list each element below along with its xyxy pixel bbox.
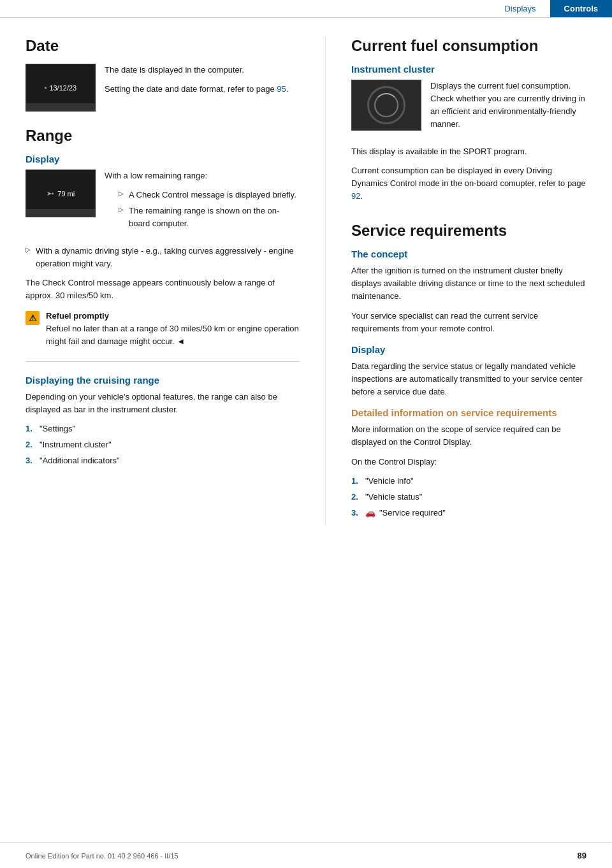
fuel-instrument-subtitle: Instrument cluster [351, 64, 586, 75]
warning-body: Refuel no later than at a range of 30 mi… [46, 324, 299, 346]
cruising-num-3: 3. [26, 454, 36, 467]
fuel-para2: Current consumption can be displayed in … [351, 164, 586, 203]
range-display-box: ➤▪ 79 mi With a low remaining range: A C… [26, 170, 300, 237]
service-list-item-1: 1. "Vehicle info" [351, 475, 586, 488]
nav-tab-controls-label: Controls [564, 4, 598, 13]
service-display-subtitle: Display [351, 344, 586, 355]
range-warning-box: ⚠ Refuel promptly Refuel no later than a… [26, 310, 300, 348]
range-arrow-icon: ➤▪ [47, 190, 54, 197]
service-num-1: 1. [351, 475, 361, 488]
service-concept-para2: Your service specialist can read the cur… [351, 310, 586, 335]
service-title: Service requirements [351, 222, 586, 240]
range-bullet-3: With a dynamic driving style - e.g., tak… [26, 245, 300, 270]
range-para1: The Check Control message appears contin… [26, 277, 300, 302]
nav-tab-displays[interactable]: Displays [490, 0, 550, 17]
cruising-text-2: "Instrument cluster" [40, 438, 112, 451]
column-separator [325, 37, 326, 526]
range-extra-bullets: With a dynamic driving style - e.g., tak… [26, 245, 300, 270]
fuel-display-box: Displays the current fuel consumption. C… [351, 80, 586, 138]
warning-icon: ⚠ [26, 311, 40, 325]
cruising-text-3: "Additional indicators" [40, 454, 120, 467]
date-page-ref[interactable]: 95 [277, 84, 286, 94]
page-number: 89 [578, 851, 586, 860]
service-list-item-3: 3. 🚗 "Service required" [351, 507, 586, 519]
calendar-icon: ▪ [45, 84, 47, 91]
nav-tab-controls[interactable]: Controls [550, 0, 612, 17]
warning-title: Refuel promptly [46, 311, 109, 321]
fuel-instrument-image [351, 80, 421, 131]
date-desc2: Setting the date and date format, refer … [105, 83, 300, 96]
cruising-numbered-list: 1. "Settings" 2. "Instrument cluster" 3.… [26, 423, 300, 467]
range-title: Range [26, 127, 300, 145]
date-page-ref-suffix: . [286, 84, 289, 94]
nav-tab-displays-label: Displays [504, 4, 536, 13]
header-nav: Displays Controls [0, 0, 612, 18]
date-display-box: ▪ 13/12/23 The date is displayed in the … [26, 64, 300, 112]
date-title: Date [26, 37, 300, 55]
service-text-2: "Vehicle status" [365, 491, 422, 503]
service-concept-subtitle: The concept [351, 249, 586, 259]
left-column: Date ▪ 13/12/23 The date is displayed in… [26, 37, 300, 526]
service-detailed-para1: More information on the scope of service… [351, 423, 586, 449]
range-divider [26, 361, 300, 362]
range-intro: With a low remaining range: [105, 170, 300, 182]
range-display-subtitle: Display [26, 154, 300, 164]
date-desc1: The date is displayed in the computer. [105, 64, 300, 76]
service-display-para: Data regarding the service status or leg… [351, 360, 586, 398]
content-area: Date ▪ 13/12/23 The date is displayed in… [0, 18, 612, 564]
fuel-para2-text: Current consumption can be displayed in … [351, 166, 586, 188]
service-text-1: "Vehicle info" [365, 475, 414, 488]
range-bottom-bar [26, 209, 95, 217]
range-bullet-1: A Check Control message is displayed bri… [119, 189, 300, 201]
service-concept-para1: After the ignition is turned on the inst… [351, 264, 586, 303]
range-text-block: With a low remaining range: A Check Cont… [105, 170, 300, 237]
range-bullet-2: The remaining range is shown on the on-b… [119, 205, 300, 230]
service-text-3: "Service required" [379, 507, 446, 519]
fuel-gauge [367, 86, 405, 124]
range-value: 79 mi [57, 190, 75, 198]
footer-text: Online Edition for Part no. 01 40 2 960 … [26, 852, 178, 860]
fuel-page-ref[interactable]: 92 [351, 191, 360, 201]
displaying-cruising-subtitle: Displaying the cruising range [26, 375, 300, 386]
service-detailed-subtitle: Detailed information on service requirem… [351, 407, 586, 418]
fuel-para1: This display is available in the SPORT p… [351, 145, 586, 158]
service-num-3: 3. [351, 507, 361, 519]
date-text-block: The date is displayed in the computer. S… [105, 64, 300, 102]
car-icon: 🚗 [365, 507, 375, 519]
range-instrument-image: ➤▪ 79 mi [26, 170, 96, 217]
service-numbered-list: 1. "Vehicle info" 2. "Vehicle status" 3.… [351, 475, 586, 519]
cruising-num-2: 2. [26, 438, 36, 451]
date-instrument-image: ▪ 13/12/23 [26, 64, 96, 112]
page-footer: Online Edition for Part no. 01 40 2 960 … [0, 843, 612, 868]
cruising-list-item-2: 2. "Instrument cluster" [26, 438, 300, 451]
date-bottom-bar [26, 103, 95, 111]
back-arrow: ◄ [177, 336, 185, 346]
fuel-desc: Displays the current fuel consumption. C… [430, 80, 586, 131]
date-value: 13/12/23 [49, 84, 76, 92]
fuel-page-ref-suffix: . [360, 191, 363, 201]
range-bullet-list: A Check Control message is displayed bri… [105, 189, 300, 230]
fuel-text-block: Displays the current fuel consumption. C… [430, 80, 586, 138]
range-section: Range Display ➤▪ 79 mi With a low remain… [26, 127, 300, 467]
date-display-value: ▪ 13/12/23 [45, 84, 76, 92]
range-display-value: ➤▪ 79 mi [47, 190, 75, 198]
service-num-2: 2. [351, 491, 361, 503]
service-detailed-para2: On the Control Display: [351, 456, 586, 468]
service-list-item-2: 2. "Vehicle status" [351, 491, 586, 503]
warning-text-block: Refuel promptly Refuel no later than at … [46, 310, 300, 348]
cruising-text-1: "Settings" [40, 423, 75, 435]
cruising-para: Depending on your vehicle's optional fea… [26, 391, 300, 416]
cruising-num-1: 1. [26, 423, 36, 435]
cruising-list-item-3: 3. "Additional indicators" [26, 454, 300, 467]
fuel-title: Current fuel consumption [351, 37, 586, 55]
cruising-list-item-1: 1. "Settings" [26, 423, 300, 435]
right-column: Current fuel consumption Instrument clus… [351, 37, 586, 526]
date-desc2-text: Setting the date and date format, refer … [105, 84, 277, 94]
